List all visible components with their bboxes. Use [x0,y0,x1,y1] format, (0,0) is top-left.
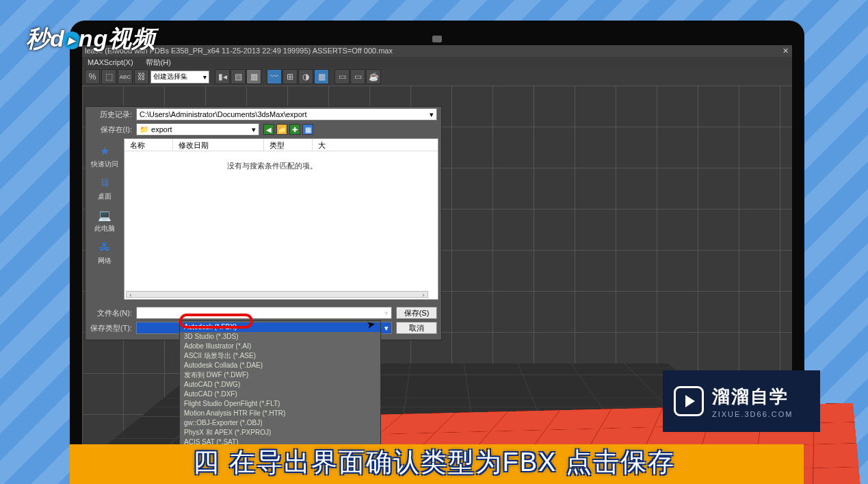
sidebar-network[interactable]: 🖧网络 [96,240,114,266]
file-listing[interactable]: 名称 修改日期 类型 大 没有与搜索条件匹配的项。 ‹› [124,138,438,300]
chevron-down-icon[interactable]: ▾ [384,309,389,318]
cancel-button[interactable]: 取消 [396,322,437,334]
brand-badge: 溜溜自学 ZIXUE.3D66.COM [663,370,820,432]
filetype-option[interactable]: 3D Studio (*.3DS) [180,332,380,342]
filetype-option[interactable]: PhysX 和 APEX (*.PXPROJ) [180,428,380,437]
filename-label: 文件名(N): [90,308,132,318]
filetype-option[interactable]: Adobe Illustrator (*.AI) [180,342,380,351]
filetype-option[interactable]: Motion Analysis HTR File (*.HTR) [180,409,380,418]
play-icon [674,386,704,416]
filetype-option[interactable]: ASCII 场景导出 (*.ASE) [180,351,380,361]
up-folder-icon[interactable]: 📁 [276,124,287,135]
tool-render-setup-icon[interactable]: ▦ [314,69,329,84]
col-date[interactable]: 修改日期 [173,139,264,151]
save-button[interactable]: 保存(S) [396,307,437,319]
h-scrollbar[interactable]: ‹› [126,291,428,298]
monitor-notch [82,33,792,45]
tool-align-icon[interactable]: ▤ [231,69,246,84]
filetype-option[interactable]: AutoCAD (*.DWG) [180,380,380,390]
view-menu-icon[interactable]: ▦ [302,124,313,135]
filetype-label: 保存类型(T): [90,323,132,333]
tool-material-icon[interactable]: ◑ [298,69,313,84]
filetype-option[interactable]: Flight Studio OpenFlight (*.FLT) [180,399,380,409]
tool-render-frame-icon[interactable]: ▭ [334,69,350,84]
tool-abc-icon[interactable]: ABC [118,69,133,84]
brand-cn: 溜溜自学 [712,385,793,409]
col-name[interactable]: 名称 [124,139,173,151]
chevron-down-icon[interactable]: ▾ [252,125,256,134]
tool-link-icon[interactable]: ⛓ [134,69,149,84]
tool-schematic-icon[interactable]: ⊞ [282,69,298,84]
tool-curve-editor-icon[interactable]: 〰 [267,69,282,84]
back-icon[interactable]: ◀ [263,124,274,135]
selection-set-dropdown[interactable]: 创建选择集▾ [150,71,209,84]
tool-icon[interactable]: ⬚ [101,69,116,84]
menu-help[interactable]: 帮助(H) [146,58,171,68]
filetype-option[interactable]: AutoCAD (*.DXF) [180,390,380,399]
filename-input[interactable]: ▾ [136,307,392,319]
export-dialog: 历史记录: C:\Users\Administrator\Documents\3… [85,106,442,340]
chevron-down-icon[interactable]: ▾ [384,324,389,333]
col-type[interactable]: 类型 [264,139,313,151]
places-sidebar: ★快速访问 🖥桌面 💻此电脑 🖧网络 [86,137,124,301]
tool-layers-icon[interactable]: ▦ [246,69,261,84]
tool-percent-icon[interactable]: % [85,69,100,84]
brand-en: ZIXUE.3D66.COM [712,410,793,418]
sidebar-quick-access[interactable]: ★快速访问 [91,144,118,169]
tool-mirror-icon[interactable]: ▮◂ [215,69,230,84]
empty-folder-text: 没有与搜索条件匹配的项。 [124,151,438,171]
app-menubar[interactable]: MAXScript(X) 帮助(H) [82,57,792,68]
history-dropdown[interactable]: C:\Users\Administrator\Documents\3dsMax\… [136,108,437,120]
watermark-logo: 秒d▶ng视频 [26,23,156,55]
filetype-option[interactable]: 发布到 DWF (*.DWF) [180,370,380,380]
app-titlebar: lease (Elwood with PDBs E358_PR_x64 11-2… [82,45,792,57]
history-label: 历史记录: [90,110,132,120]
list-header[interactable]: 名称 修改日期 类型 大 [124,139,438,151]
savein-label: 保存在(I): [90,125,132,135]
tool-teapot-icon[interactable]: ☕ [366,69,381,84]
filetype-option[interactable]: gw::OBJ-Exporter (*.OBJ) [180,418,380,428]
sidebar-this-pc[interactable]: 💻此电脑 [94,208,115,233]
menu-maxscript[interactable]: MAXScript(X) [88,58,133,66]
sidebar-desktop[interactable]: 🖥桌面 [96,176,114,201]
caption-text: 四 在导出界面确认类型为FBX 点击保存 [0,445,868,480]
chevron-down-icon[interactable]: ▾ [430,110,434,119]
filetype-option[interactable]: Autodesk (*.FBX) [180,322,380,332]
close-icon[interactable]: ✕ [778,45,792,57]
filetype-option[interactable]: Autodesk Collada (*.DAE) [180,361,380,370]
new-folder-icon[interactable]: ✚ [289,124,300,135]
app-toolbar: % ⬚ ABC ⛓ 创建选择集▾ ▮◂ ▤ ▦ 〰 ⊞ ◑ ▦ ▭ ▭ ☕ [82,68,792,86]
savein-dropdown[interactable]: 📁 export▾ [136,123,259,136]
tool-render-icon[interactable]: ▭ [350,69,365,84]
col-size[interactable]: 大 [313,139,328,151]
